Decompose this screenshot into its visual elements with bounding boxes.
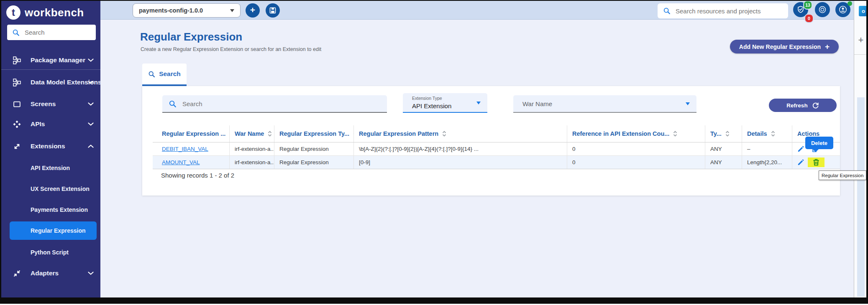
column-label: Ty... (710, 130, 722, 137)
regular-expression-table: Regular Expression ... War Name Regular … (153, 125, 840, 169)
sidebar-item-data-model-extensions[interactable]: Data Model Extensions (1, 74, 100, 91)
floppy-disk-icon (269, 7, 276, 14)
window-border (0, 0, 868, 1)
user-icon (839, 5, 847, 14)
search-icon (169, 100, 177, 108)
add-button-label: Add New Regular Expression (739, 43, 821, 50)
search-panel: Extension Type API Extension War Name Re… (142, 86, 840, 196)
search-icon (12, 29, 20, 36)
sidebar-item-label: Package Manager (31, 56, 85, 64)
table-search-input[interactable] (162, 95, 387, 113)
chevron-down-icon (88, 81, 94, 84)
row-reference-count: 0 (572, 159, 576, 165)
sidebar-subitem-label: Regular Expression (31, 227, 86, 234)
global-search-field[interactable] (675, 7, 781, 15)
add-project-button[interactable]: + (246, 3, 260, 18)
brand-logo-icon: t (6, 5, 20, 20)
notification-badge-red: 0 (804, 14, 814, 23)
right-edge-divider (854, 54, 866, 55)
hover-tooltip: Regular Expression (819, 170, 866, 180)
column-label: Regular Expression Ty... (279, 130, 349, 137)
sort-icon[interactable] (442, 130, 446, 137)
column-header-details[interactable]: Details (742, 125, 792, 142)
sidebar-item-label: Screens (31, 100, 56, 108)
chevron-down-icon (88, 58, 94, 62)
chevron-down-icon (88, 122, 94, 126)
sidebar-divider (1, 69, 100, 70)
global-search-input[interactable] (658, 3, 788, 18)
refresh-button[interactable]: Refresh (769, 99, 837, 112)
column-header-reference-count[interactable]: Reference in API Extension Cou... (567, 125, 705, 142)
project-selector[interactable]: payments-config-1.0.0 (133, 3, 241, 18)
help-button[interactable] (815, 2, 830, 17)
sidebar-search-field[interactable] (24, 28, 88, 36)
brand-name: workbench (25, 6, 84, 19)
sidebar-subitem-label: Payments Extension (31, 206, 88, 213)
row-name-link[interactable]: AMOUNT_VAL (162, 159, 200, 165)
sidebar-item-apis[interactable]: APIs (1, 116, 100, 132)
sidebar-item-screens[interactable]: Screens (1, 96, 100, 112)
apis-icon (13, 120, 21, 128)
sidebar-item-package-manager[interactable]: Package Manager (1, 52, 100, 69)
page-subtitle: Create a new Regular Expression Extensio… (141, 46, 321, 52)
sidebar-search-input[interactable] (7, 25, 96, 40)
row-war-name: irf-extension-a... (235, 146, 274, 152)
table-row: DEBIT_IBAN_VAL irf-extension-a... Regula… (153, 142, 840, 156)
row-pattern: \b[A-Z]{2}(?:[.]?[0-9]{2})[A-Z]{4}(?:[.]… (359, 146, 479, 152)
sort-icon[interactable] (673, 130, 677, 137)
tab-search[interactable]: Search (142, 64, 187, 86)
highlighted-delete-trash-icon[interactable] (808, 158, 824, 167)
sort-icon[interactable] (725, 130, 730, 137)
add-new-regular-expression-button[interactable]: Add New Regular Expression + (730, 40, 839, 53)
sidebar-item-adapters[interactable]: Adapters (1, 265, 100, 282)
row-type: Regular Expression (279, 146, 329, 152)
sidebar-subitem-label: Python Script (31, 249, 69, 256)
sidebar-subitem-label: API Extension (31, 165, 70, 171)
column-header-pattern[interactable]: Regular Expression Pattern (353, 125, 567, 142)
extension-type-select[interactable]: Extension Type API Extension (403, 93, 487, 113)
sidebar-item-extensions[interactable]: Extensions (1, 138, 100, 155)
window-border (866, 0, 868, 297)
sidebar-item-regular-expression-active[interactable]: Regular Expression (10, 221, 97, 240)
delete-tooltip: Delete (805, 137, 833, 149)
adapter-arrows-icon (13, 269, 21, 277)
sidebar-item-python-script[interactable]: Python Script (1, 244, 100, 260)
project-selector-value: payments-config-1.0.0 (139, 7, 203, 14)
column-header-regular-expression-type[interactable]: Regular Expression Ty... (274, 125, 353, 142)
right-edge-scrollbar[interactable] (857, 97, 865, 297)
sort-icon[interactable] (771, 130, 775, 137)
column-label: Regular Expression Pattern (359, 130, 438, 137)
column-header-regular-expression[interactable]: Regular Expression ... (153, 125, 229, 142)
plus-icon: + (250, 5, 255, 15)
sort-icon[interactable] (268, 130, 272, 137)
sidebar-item-ux-screen-extension[interactable]: UX Screen Extension (1, 181, 100, 197)
edit-pencil-icon[interactable] (797, 145, 804, 152)
extension-type-value: API Extension (412, 102, 451, 109)
edit-pencil-icon[interactable] (797, 159, 804, 166)
chevron-up-icon (88, 145, 94, 148)
row-ty: ANY (710, 146, 722, 152)
sidebar-item-label: APIs (31, 120, 45, 128)
page-title: Regular Expression (140, 30, 242, 43)
new-tab-plus-button[interactable]: + (856, 35, 866, 45)
window-border (0, 0, 1, 297)
column-label: Details (747, 130, 767, 137)
search-icon (663, 7, 671, 15)
column-header-war-name[interactable]: War Name (229, 125, 274, 142)
chevron-down-icon (476, 102, 481, 104)
war-name-select[interactable]: War Name (513, 95, 696, 113)
table-search-field[interactable] (182, 100, 367, 108)
row-name-link[interactable]: DEBIT_IBAN_VAL (162, 146, 208, 152)
notification-badge-green: 13 (803, 0, 812, 10)
column-header-type[interactable]: Ty... (705, 125, 742, 142)
row-details: Length{2,20... (747, 159, 782, 165)
online-status-dot (848, 1, 852, 6)
refresh-label: Refresh (786, 102, 807, 109)
sidebar-item-api-extension[interactable]: API Extension (1, 160, 100, 176)
row-ty: ANY (710, 159, 722, 165)
row-pattern: [0-9] (359, 159, 370, 165)
column-label: Actions (797, 130, 819, 137)
app-window: t workbench Package Manager Data Model E… (0, 0, 868, 305)
save-button[interactable] (266, 3, 280, 18)
sidebar-item-payments-extension[interactable]: Payments Extension (1, 202, 100, 218)
